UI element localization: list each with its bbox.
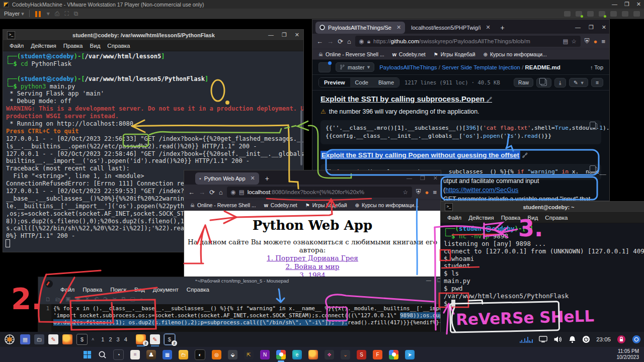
mousepad-launcher-icon[interactable]: ✎ [48, 334, 58, 344]
close-button[interactable]: ✕ [295, 32, 299, 38]
workspace-switcher[interactable]: 1 2 3 4 [101, 336, 129, 342]
onenote-icon[interactable]: N [260, 350, 270, 359]
display-tray-icon[interactable] [539, 336, 547, 343]
undo-icon[interactable]: ↶ [94, 296, 99, 302]
session-icon[interactable] [632, 335, 641, 344]
close-file-icon[interactable]: ✕ [85, 296, 90, 302]
host-clock[interactable]: 11:05 PM 10/2/2023 [617, 348, 639, 360]
vm-hdd-icon[interactable] [564, 11, 571, 17]
top-link[interactable]: ↑ Top [590, 64, 603, 70]
terminal-menu-item[interactable]: Правка [498, 214, 524, 222]
carrot-app-icon[interactable]: ⌄ [341, 350, 350, 359]
terminal-menu-item[interactable]: Правка [60, 42, 87, 50]
terminal-titlebar[interactable]: >_ student@codeby: /var/www/html/lesson5… [3, 30, 303, 41]
mousepad-menu-item[interactable]: Поиск [106, 286, 130, 294]
firefox-account-icon[interactable]: ● [425, 189, 429, 196]
anchor-link-icon[interactable]: 🔗︎ [487, 97, 492, 103]
bookmark-codeby[interactable]: wCodeby.net [392, 51, 426, 57]
minimize-button[interactable]: — [268, 32, 274, 38]
home-button[interactable]: ⌂ [219, 189, 223, 196]
close-button[interactable]: ✕ [602, 24, 606, 31]
portrait-app-icon[interactable]: 👤︎ [146, 350, 156, 359]
bookmark-reverse-shell[interactable]: ☠Online - Reverse Shell ... [318, 51, 384, 57]
new-tab-button[interactable]: + [497, 24, 509, 32]
twitter-link[interactable]: https://twitter.com/SecGus [445, 187, 518, 194]
copy-code-icon[interactable] [591, 167, 597, 173]
volume-icon[interactable] [553, 335, 562, 343]
minimize-button[interactable]: — [575, 24, 581, 31]
raw-button[interactable]: Raw [514, 78, 533, 87]
pause-dropdown[interactable]: ▾ [47, 10, 50, 17]
book-link-1[interactable]: 1. Портрет Дориана Грея [184, 254, 441, 262]
readme-heading-popen-offset[interactable]: Exploit the SSTI by calling Popen withou… [320, 151, 601, 159]
terminal-titlebar[interactable]: >_ student@codeby: ~ [441, 202, 644, 213]
chrome-icon[interactable] [276, 350, 286, 359]
back-button[interactable]: ← [316, 38, 323, 45]
firefox-running-icon[interactable]: 2 [136, 334, 146, 344]
firefox-account-icon[interactable]: ● [594, 38, 598, 45]
reload-button[interactable]: ⟳ [209, 189, 215, 196]
bookmark-games[interactable]: ⚑Игры Кодебай [305, 202, 347, 208]
symbols-button[interactable]: ≡ [591, 78, 603, 87]
reload-button[interactable]: ⟳ [338, 38, 343, 45]
remote-app-icon[interactable]: ⇱ [244, 350, 254, 359]
terminal-menu-item[interactable]: Действия [27, 42, 59, 50]
screen-lock-icon[interactable] [617, 335, 626, 344]
bookmark-courses[interactable]: ⊕Курсы по информаци... [355, 202, 419, 208]
windows-start-icon[interactable] [83, 350, 92, 359]
new-tab-button[interactable]: + [261, 174, 273, 183]
terminal-output[interactable]: ┌──(student㉿codeby)-[~]└─$ nc -nvlp 9898… [441, 223, 644, 309]
camera-app-icon[interactable]: ◐ [195, 349, 205, 360]
paste-icon[interactable]: ▢ [130, 296, 135, 302]
terminal-scrollbar[interactable] [300, 110, 302, 165]
anchor-link-icon[interactable]: 🔗︎ [522, 152, 528, 158]
player-menu[interactable]: Player ▾ [4, 11, 24, 17]
terminal-menu-item[interactable]: Справка [104, 42, 133, 50]
download-button[interactable]: ⤓ [554, 78, 566, 87]
notification-bell-icon[interactable] [569, 335, 576, 343]
save-icon[interactable]: ▣ [65, 296, 70, 302]
security-app-icon[interactable]: ◎ [212, 350, 221, 359]
speedtest-icon[interactable]: ◔ [113, 349, 124, 360]
vm-usb-icon[interactable] [599, 11, 605, 17]
vmware-minimize-button[interactable]: — [612, 1, 617, 8]
mousepad-menu-item[interactable]: Вид [130, 286, 149, 294]
fullscreen-icon[interactable]: ⛶ [64, 10, 68, 17]
back-button[interactable]: ← [188, 189, 195, 196]
terminal-menu-item[interactable]: Вид [524, 214, 542, 222]
photos-app-icon[interactable]: ❖ [325, 350, 334, 359]
vmware-close-button[interactable]: ✕ [636, 1, 641, 8]
panel-expand-icon[interactable]: ˄ [92, 337, 94, 342]
pocket-icon[interactable]: ⛨ [585, 37, 590, 45]
kali-menu-logo-icon[interactable] [3, 333, 16, 346]
tab-close-icon[interactable]: ✕ [486, 24, 490, 31]
home-button[interactable]: ⌂ [347, 38, 351, 45]
tab-localhost-phptwig[interactable]: localhost/lesson5/PHPTwig/i ✕ [407, 22, 494, 34]
vm-display-icon[interactable] [633, 11, 640, 17]
minimize-button[interactable]: — [407, 175, 412, 182]
bookmark-star-icon[interactable]: ☆ [571, 38, 576, 45]
mousepad-running-icon[interactable]: ✎ [150, 334, 160, 344]
mousepad-menu-item[interactable]: Справка [183, 286, 213, 294]
maximize-button[interactable]: ❐ [420, 175, 425, 182]
vm-clock[interactable]: 23:05 [596, 336, 611, 342]
tab-close-icon[interactable]: ✕ [396, 24, 401, 31]
terminal-menu-item[interactable]: Справка [541, 214, 571, 222]
mousepad-menu-item[interactable]: Файл [56, 286, 78, 294]
windows-search-icon[interactable] [98, 350, 107, 359]
vm-sound-icon[interactable] [610, 11, 617, 17]
calendar-icon[interactable]: ▦ [163, 350, 172, 359]
close-button[interactable]: ✕ [433, 175, 438, 182]
forward-button[interactable]: → [327, 38, 334, 45]
maximize-button[interactable]: ❐ [282, 32, 287, 38]
slack-icon[interactable]: ⌗ [130, 350, 140, 359]
send-ctrl-alt-del-icon[interactable]: ⎙ [55, 10, 60, 17]
tab-code[interactable]: Code [350, 78, 373, 87]
url-bar[interactable]: ◉ ▤ localhost:8080/index?book={%%20for%2… [227, 187, 412, 198]
edge-icon[interactable]: e [292, 350, 302, 359]
telegram-icon[interactable]: ➤ [405, 350, 415, 359]
save-as-icon[interactable]: ▣ [75, 296, 80, 302]
copy-raw-button[interactable] [536, 78, 551, 87]
pause-vm-button[interactable] [35, 10, 42, 17]
file-manager-icon[interactable]: 🗀 [34, 334, 44, 344]
